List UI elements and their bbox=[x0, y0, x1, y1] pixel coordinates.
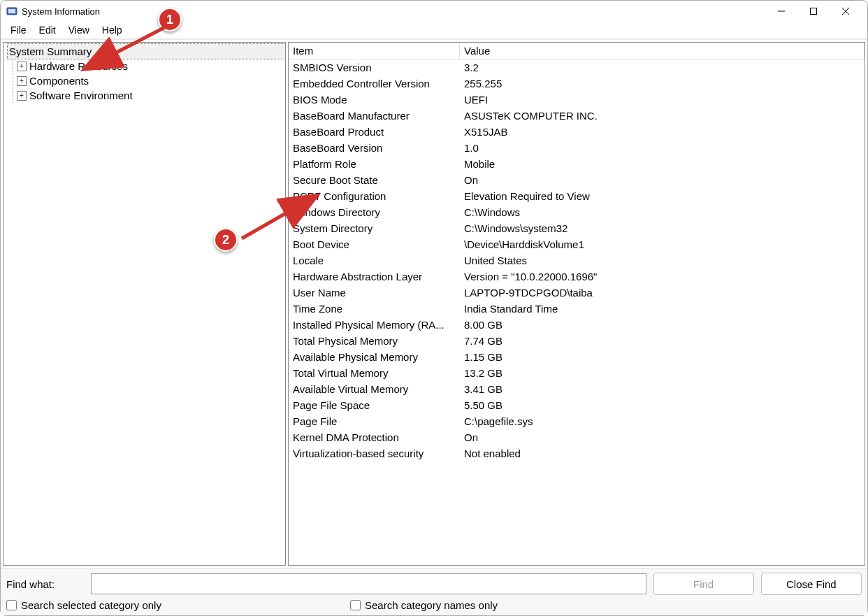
window-title: System Information bbox=[22, 6, 100, 17]
column-header-item[interactable]: Item bbox=[289, 43, 460, 59]
menu-edit[interactable]: Edit bbox=[34, 23, 62, 37]
table-row[interactable]: Secure Boot StateOn bbox=[289, 172, 865, 188]
details-pane: Item Value SMBIOS Version3.2Embedded Con… bbox=[288, 42, 865, 566]
cell-item: PCR7 Configuration bbox=[289, 188, 460, 204]
table-row[interactable]: User NameLAPTOP-9TDCPGOD\taiba bbox=[289, 285, 865, 301]
table-row[interactable]: BaseBoard ProductX515JAB bbox=[289, 124, 865, 140]
cell-item: BIOS Mode bbox=[289, 92, 460, 108]
category-tree[interactable]: System Summary + Hardware Resources + Co… bbox=[3, 42, 286, 566]
table-row[interactable]: BaseBoard Version1.0 bbox=[289, 140, 865, 156]
minimize-button[interactable] bbox=[765, 1, 797, 22]
maximize-button[interactable] bbox=[797, 1, 830, 22]
cell-value: ASUSTeK COMPUTER INC. bbox=[460, 108, 865, 124]
cell-item: Available Virtual Memory bbox=[289, 381, 460, 397]
cell-value: Elevation Required to View bbox=[460, 188, 865, 204]
table-row[interactable]: Windows DirectoryC:\Windows bbox=[289, 204, 865, 220]
expand-icon[interactable]: + bbox=[17, 91, 27, 101]
details-table-scroll[interactable]: Item Value SMBIOS Version3.2Embedded Con… bbox=[289, 43, 865, 565]
cell-value: United States bbox=[460, 252, 865, 268]
cell-item: BaseBoard Version bbox=[289, 140, 460, 156]
cell-item: Platform Role bbox=[289, 156, 460, 172]
table-row[interactable]: Total Physical Memory7.74 GB bbox=[289, 333, 865, 349]
tree-item-label: Software Environment bbox=[29, 89, 133, 101]
cell-value: 3.2 bbox=[460, 59, 865, 76]
table-row[interactable]: BIOS ModeUEFI bbox=[289, 92, 865, 108]
menu-help[interactable]: Help bbox=[96, 23, 128, 37]
table-row[interactable]: Embedded Controller Version255.255 bbox=[289, 76, 865, 92]
table-row[interactable]: Virtualization-based securityNot enabled bbox=[289, 445, 865, 461]
cell-value: Mobile bbox=[460, 156, 865, 172]
cell-value: 13.2 GB bbox=[460, 365, 865, 381]
table-row[interactable]: Page FileC:\pagefile.sys bbox=[289, 413, 865, 429]
cell-value: UEFI bbox=[460, 92, 865, 108]
table-row[interactable]: Available Physical Memory1.15 GB bbox=[289, 349, 865, 365]
cell-value: C:\pagefile.sys bbox=[460, 413, 865, 429]
search-category-names-only-checkbox[interactable] bbox=[350, 600, 361, 610]
search-selected-only-label[interactable]: Search selected category only bbox=[6, 599, 161, 611]
cell-item: Windows Directory bbox=[289, 204, 460, 220]
cell-value: 7.74 GB bbox=[460, 333, 865, 349]
close-find-button[interactable]: Close Find bbox=[761, 573, 862, 595]
expand-icon[interactable]: + bbox=[17, 76, 27, 86]
find-button[interactable]: Find bbox=[653, 573, 754, 595]
tree-root-label: System Summary bbox=[9, 45, 92, 57]
cell-value: 1.15 GB bbox=[460, 349, 865, 365]
tree-item-hardware-resources[interactable]: + Hardware Resources bbox=[15, 59, 285, 73]
cell-item: Hardware Abstraction Layer bbox=[289, 268, 460, 285]
cell-item: Virtualization-based security bbox=[289, 445, 460, 461]
table-row[interactable]: Time ZoneIndia Standard Time bbox=[289, 301, 865, 317]
cell-item: Kernel DMA Protection bbox=[289, 429, 460, 445]
table-row[interactable]: Page File Space5.50 GB bbox=[289, 397, 865, 413]
cell-value: India Standard Time bbox=[460, 301, 865, 317]
cell-value: 8.00 GB bbox=[460, 317, 865, 333]
tree-root-system-summary[interactable]: System Summary bbox=[8, 44, 285, 59]
cell-item: Installed Physical Memory (RA... bbox=[289, 317, 460, 333]
table-row[interactable]: System DirectoryC:\Windows\system32 bbox=[289, 220, 865, 236]
close-button[interactable] bbox=[830, 1, 862, 22]
table-row[interactable]: SMBIOS Version3.2 bbox=[289, 59, 865, 76]
table-row[interactable]: Available Virtual Memory3.41 GB bbox=[289, 381, 865, 397]
table-row[interactable]: BaseBoard ManufacturerASUSTeK COMPUTER I… bbox=[289, 108, 865, 124]
search-category-names-only-label[interactable]: Search category names only bbox=[350, 599, 498, 611]
cell-item: BaseBoard Manufacturer bbox=[289, 108, 460, 124]
checkbox-label: Search selected category only bbox=[21, 599, 161, 611]
menu-bar: File Edit View Help bbox=[1, 22, 867, 38]
table-row[interactable]: Hardware Abstraction LayerVersion = "10.… bbox=[289, 268, 865, 285]
cell-item: Time Zone bbox=[289, 301, 460, 317]
table-row[interactable]: LocaleUnited States bbox=[289, 252, 865, 268]
cell-item: Secure Boot State bbox=[289, 172, 460, 188]
menu-file[interactable]: File bbox=[5, 23, 32, 37]
cell-item: Total Virtual Memory bbox=[289, 365, 460, 381]
expand-icon[interactable]: + bbox=[17, 62, 27, 71]
cell-value: C:\Windows bbox=[460, 204, 865, 220]
find-bar: Find what: Find Close Find Search select… bbox=[1, 568, 867, 615]
checkbox-label: Search category names only bbox=[365, 599, 498, 611]
system-information-window: System Information File Edit View Help S… bbox=[0, 0, 868, 616]
tree-item-label: Hardware Resources bbox=[29, 60, 128, 72]
table-row[interactable]: Installed Physical Memory (RA...8.00 GB bbox=[289, 317, 865, 333]
column-header-value[interactable]: Value bbox=[460, 43, 865, 59]
search-selected-only-checkbox[interactable] bbox=[6, 600, 17, 610]
table-row[interactable]: Platform RoleMobile bbox=[289, 156, 865, 172]
table-row[interactable]: Total Virtual Memory13.2 GB bbox=[289, 365, 865, 381]
cell-value: C:\Windows\system32 bbox=[460, 220, 865, 236]
table-row[interactable]: PCR7 ConfigurationElevation Required to … bbox=[289, 188, 865, 204]
tree-item-software-environment[interactable]: + Software Environment bbox=[15, 88, 285, 103]
cell-value: 5.50 GB bbox=[460, 397, 865, 413]
cell-item: BaseBoard Product bbox=[289, 124, 460, 140]
menu-view[interactable]: View bbox=[63, 23, 95, 37]
find-label: Find what: bbox=[6, 578, 84, 590]
table-row[interactable]: Boot Device\Device\HarddiskVolume1 bbox=[289, 236, 865, 252]
cell-item: Page File Space bbox=[289, 397, 460, 413]
main-split: System Summary + Hardware Resources + Co… bbox=[1, 40, 867, 568]
cell-item: User Name bbox=[289, 285, 460, 301]
svg-rect-3 bbox=[811, 8, 817, 15]
find-input[interactable] bbox=[91, 573, 646, 594]
app-icon bbox=[6, 6, 17, 17]
cell-value: Not enabled bbox=[460, 445, 865, 461]
cell-item: Page File bbox=[289, 413, 460, 429]
svg-rect-1 bbox=[8, 9, 15, 13]
table-row[interactable]: Kernel DMA ProtectionOn bbox=[289, 429, 865, 445]
tree-item-components[interactable]: + Components bbox=[15, 73, 285, 88]
cell-item: System Directory bbox=[289, 220, 460, 236]
